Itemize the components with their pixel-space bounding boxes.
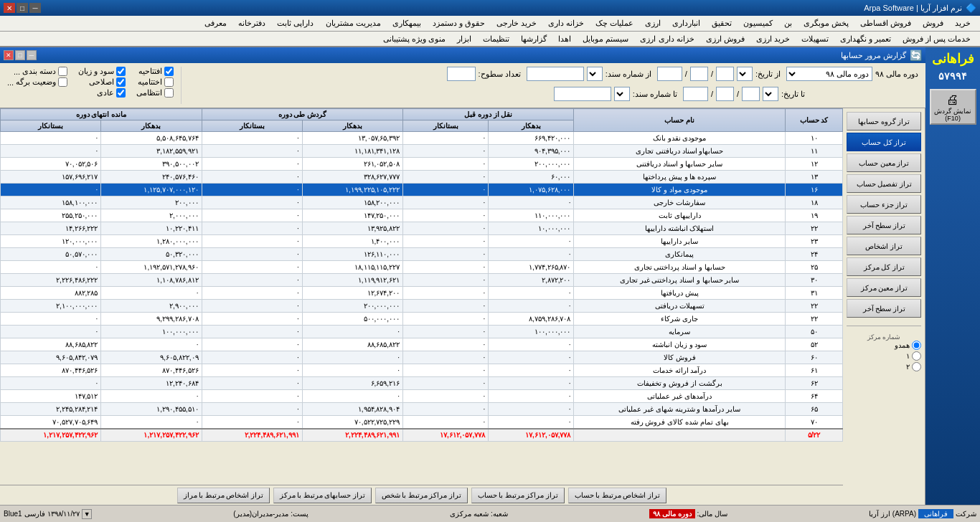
report-minimize-btn[interactable]: ─: [27, 50, 37, 60]
btn-traz-moein[interactable]: تراز معین حساب: [847, 153, 921, 172]
menu2-خدمات[interactable]: خدمات پس از فروش: [897, 33, 976, 45]
maximize-button[interactable]: □: [17, 3, 28, 13]
radio-1-input[interactable]: [912, 351, 921, 361]
table-row[interactable]: ۶۰فروش کالا····۹,۶۰۵,۸۲۲,۰۹۹,۶۰۵,۸۴۲,۰۷۹: [1, 351, 843, 364]
table-row[interactable]: ۶۴درآمدهای غیر عملیاتی·····۱۴۷,۵۱۲: [1, 390, 843, 403]
menu-عملیات-چک[interactable]: عملیات چک: [590, 17, 639, 29]
btn-traz-moein-markaz[interactable]: تراز معین مرکز: [847, 278, 921, 297]
table-row[interactable]: ۱۶موجودی مواد و کالا۱,۰۷۵,۶۲۸,۰۰۰·۱,۱۹۹,…: [1, 184, 843, 196]
cb-entezami-input[interactable]: [164, 88, 174, 98]
menu2-تنظیمات[interactable]: تنظیمات: [477, 33, 515, 45]
table-row[interactable]: ۲۲تسهیلات دریافتی··۲۰۰,۰۰۰,۰۰۰·۲,۹۰۰,۰۰۰…: [1, 300, 843, 313]
menu2-موبایل[interactable]: سیستم موبایل: [577, 33, 634, 45]
cb-vaziyat-input[interactable]: [58, 77, 67, 87]
table-row[interactable]: ۱۸سفارشات خارجی··۱۵۸,۲۰۰,۰۰۰·۲۰۰,۰۰۰۱۵۸,…: [1, 196, 843, 209]
cb-ekhtitamie-input[interactable]: [164, 77, 174, 87]
table-row[interactable]: ۵۰سرمایه۱۰۰,۰۰۰,۰۰۰···۱۰۰,۰۰۰,۰۰۰·: [1, 326, 843, 338]
table-row[interactable]: ۶۲برگشت از فروش و تخفیفات··۶,۶۵۹,۲۱۶·۱۲,…: [1, 377, 843, 390]
menu2-گزارشها[interactable]: گزارشها: [515, 33, 552, 45]
table-wrapper[interactable]: کد حساب نام حساب نقل از دوره قبل گردش طی…: [0, 108, 843, 485]
table-row[interactable]: ۱۳سپرده ها و پیش پرداختها۶۰,۰۰۰·۳۲۸,۶۲۷,…: [1, 171, 843, 184]
table-row[interactable]: ۱۰موجودی نقدو بانک۶۶۹,۴۲۰,۰۰۰·۱۳,۰۵۷,۶۵,…: [1, 132, 843, 145]
minimize-button[interactable]: ─: [29, 3, 41, 13]
close-button[interactable]: ✕: [4, 3, 15, 13]
menu2-پشتیبانی[interactable]: منوی ویژه پشتیبانی: [377, 33, 451, 45]
menu2-فروش-ارزی[interactable]: فروش ارزی: [700, 33, 750, 45]
from-date-year[interactable]: [657, 67, 682, 81]
menu2-اهدا[interactable]: اهدا: [552, 33, 577, 45]
from-date-day[interactable]: [716, 67, 734, 81]
btn-bottom-3[interactable]: تراز مراکز مرتبط با شخص: [375, 488, 468, 503]
btn-traz-ashkhas[interactable]: تراز اشخاص: [847, 237, 921, 255]
table-row[interactable]: ۳۰سایر حسابها و اسناد پرداختنی غیر تجاری…: [1, 274, 843, 287]
btn-bottom-5[interactable]: تراز اشخاص مرتبط با مراز: [177, 488, 270, 503]
to-date-year[interactable]: [683, 87, 708, 101]
menu-بیمه[interactable]: بیمهکاری: [387, 17, 427, 29]
menu2-تعمیر[interactable]: تعمیر و نگهداری: [834, 33, 897, 45]
menu-خزانه-داری[interactable]: خزانه داری: [542, 17, 590, 29]
cb-eslahi-input[interactable]: [116, 77, 126, 87]
menu-فروش-اقساطی[interactable]: فروش اقساطی: [854, 17, 917, 29]
cb-adi-input[interactable]: [116, 88, 126, 98]
from-date-dropdown[interactable]: [737, 67, 753, 81]
table-row[interactable]: ۳۱پیش دریافتها··۱۲,۶۷۴,۲۰۰··۸۸۲,۲۸۵: [1, 287, 843, 300]
menu-خرید[interactable]: خرید: [949, 17, 976, 29]
btn-traz-sath-akhar[interactable]: تراز سطح آخر: [847, 216, 921, 234]
btn-traz-sath-akhar2[interactable]: تراز سطح آخر: [847, 299, 921, 318]
table-row[interactable]: ۱۲سایر حسابها و اسناد دریافتنی۲۰۰,۰۰۰,۰۰…: [1, 158, 843, 171]
table-row[interactable]: ۶۵سایر درآمدها و شترینه شهای غیر عملیاتی…: [1, 403, 843, 416]
period-select[interactable]: دوره مالی ۹۸: [786, 67, 872, 81]
menu2-ابزار[interactable]: ابزار: [451, 33, 477, 45]
menu2-تسهیلات[interactable]: تسهیلات: [796, 33, 834, 45]
menu2-خرید-ارزی[interactable]: خرید ارزی: [750, 33, 796, 45]
from-date-month[interactable]: [690, 67, 708, 81]
menu-انبارداری[interactable]: انبارداری: [666, 17, 706, 29]
menu-ارزی[interactable]: ارزی: [639, 17, 666, 29]
table-row[interactable]: ۲۵حسابها و اسناد پرداختنی تجاری۱,۷۷۴,۲۶۵…: [1, 261, 843, 274]
table-row[interactable]: ۵۲سود و زیان انباشته··۸۸,۶۸۵,۸۲۲··۸۸,۶۸۵…: [1, 338, 843, 351]
menu2-خزانه-ارزی[interactable]: خزانه داری ارزی: [634, 33, 699, 45]
btn-bottom-4[interactable]: تراز حسابهای مرتبط با مرکز: [273, 488, 372, 503]
menu-خرید-خارجی[interactable]: خرید خارجی: [491, 17, 542, 29]
table-row[interactable]: ۱۹داراییهای ثابت۱۱۰,۰۰۰,۰۰۰·۱۴۷,۲۵۰,۰۰۰·…: [1, 209, 843, 222]
btn-traz-group[interactable]: تراز گروه حسابها: [847, 112, 921, 130]
radio-hamdo-input[interactable]: [912, 341, 921, 350]
from-snd-input[interactable]: [527, 67, 584, 81]
cb-sood-input[interactable]: [116, 67, 126, 76]
table-row[interactable]: ۷۰بهای تمام شده کالای فروش رفته··۷۰,۵۲۲,…: [1, 416, 843, 429]
date-dropdown-btn[interactable]: ▼: [82, 509, 92, 519]
table-row[interactable]: ۲۴پیمانکاری··۱۲۶,۱۱۰,۰۰۰·۵۰,۳۲۰,۰۰۰۵۰,۵۷…: [1, 248, 843, 261]
menu-پخش[interactable]: پخش موبگری: [798, 17, 854, 29]
menu-کمیسیون[interactable]: کمیسیون: [738, 17, 778, 29]
table-row[interactable]: ۱۱حسابهاو اسناد دریافتنی تجاری۹۰۴,۳۹۵,۰۰…: [1, 145, 843, 158]
report-close-btn[interactable]: ✕: [4, 50, 14, 60]
btn-bottom-2[interactable]: تراز مراکز مرتبط با حساب: [471, 488, 565, 503]
from-snd-dropdown[interactable]: [587, 67, 603, 81]
btn-traz-tafsil[interactable]: تراز تفصیل حساب: [847, 174, 921, 193]
btn-traz-joz[interactable]: تراز جزء حساب: [847, 195, 921, 214]
cb-eftitahie-input[interactable]: [164, 67, 174, 76]
table-row[interactable]: ۶۱درآمد ارائه خدمات····۸۷۰,۴۴۶,۵۲۶۸۷۰,۴۴…: [1, 364, 843, 377]
table-row[interactable]: ۲۳سایر داراییها··۱,۴۰۰,۰۰۰·۱,۲۸۰,۰۰۰,۰۰۰…: [1, 235, 843, 248]
to-date-month[interactable]: [716, 87, 734, 101]
menu-فروش[interactable]: فروش: [917, 17, 949, 29]
back-button[interactable]: 🖨 نمایش گردش(F10): [930, 89, 976, 125]
levels-input[interactable]: [447, 67, 476, 81]
menu-دارایی[interactable]: داراپی ثابت: [271, 17, 319, 29]
table-row[interactable]: ۲۲استهلاک انباشته داراییها۱۰,۰۰۰,۰۰۰·۱۳,…: [1, 222, 843, 235]
to-snd-input[interactable]: [554, 87, 611, 101]
to-snd-dropdown[interactable]: [614, 87, 630, 101]
menu-مشتریان[interactable]: مدیریت مشتریان: [320, 17, 387, 29]
menu-حقوق[interactable]: حقوق و دستمزد: [427, 17, 491, 29]
radio-2-input[interactable]: [912, 362, 921, 371]
menu-معرفی[interactable]: معرفی: [199, 17, 232, 29]
btn-traz-kol-markaz[interactable]: تراز کل مرکز: [847, 257, 921, 276]
btn-traz-kol[interactable]: تراز کل حساب: [847, 133, 921, 151]
to-date-day[interactable]: [742, 87, 760, 101]
btn-bottom-1[interactable]: تراز اشخاص مرتبط با حساب: [568, 488, 666, 503]
menu-دفترخانه[interactable]: دفترخانه: [232, 17, 271, 29]
cb-daste-input[interactable]: [58, 67, 67, 76]
menu-بن[interactable]: بن: [778, 17, 798, 29]
table-row[interactable]: ۲۲جاری شرکاء۸,۷۵۹,۲۸۶,۷۰۸·۵۰۰,۰۰۰,۰۰۰·۹,…: [1, 313, 843, 326]
report-maximize-btn[interactable]: □: [15, 50, 25, 60]
